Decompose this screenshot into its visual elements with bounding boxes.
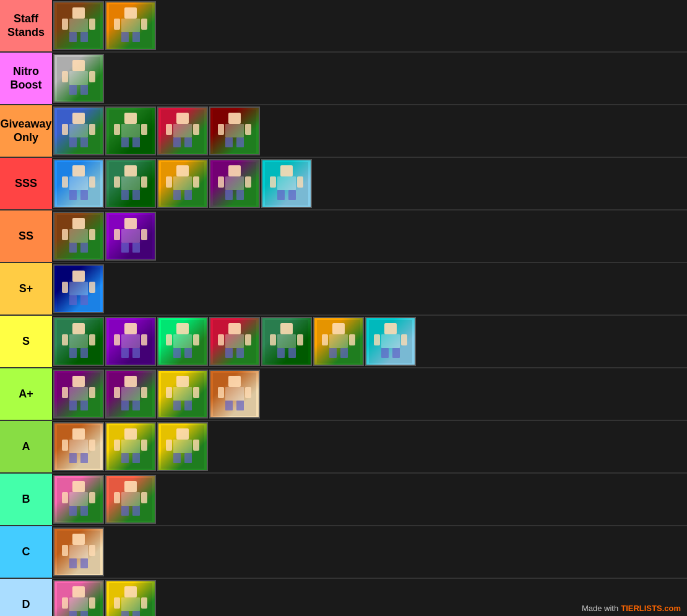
svg-rect-227 [69, 611, 77, 617]
svg-rect-33 [114, 124, 120, 135]
svg-rect-166 [114, 387, 120, 398]
tier-label-staff: StaffStands [0, 0, 52, 51]
svg-rect-4 [80, 32, 88, 42]
tier-item-sv3 [157, 317, 208, 366]
tier-row-giveaway: GiveawayOnly [0, 105, 687, 158]
tier-label-d: D [0, 579, 52, 616]
svg-rect-220 [69, 558, 77, 568]
svg-rect-102 [80, 295, 88, 305]
svg-rect-193 [132, 453, 140, 463]
svg-rect-214 [132, 506, 140, 516]
svg-rect-236 [114, 597, 120, 609]
svg-rect-45 [225, 137, 233, 147]
svg-rect-96 [114, 229, 120, 240]
svg-rect-36 [176, 113, 189, 124]
tier-list: StaffStands NitroBoost [0, 0, 687, 616]
svg-rect-204 [72, 481, 85, 492]
svg-rect-228 [80, 611, 88, 617]
tier-row-splus: S+ [0, 263, 687, 316]
svg-rect-80 [277, 190, 285, 200]
tier-label-a: A [0, 421, 52, 472]
svg-rect-200 [184, 453, 192, 463]
tier-content-aplus [52, 368, 687, 420]
svg-rect-135 [277, 334, 296, 348]
character-image [366, 318, 415, 365]
svg-rect-180 [218, 387, 224, 398]
tier-row-a: A [0, 421, 687, 474]
svg-rect-6 [89, 19, 95, 30]
svg-rect-86 [69, 229, 88, 243]
tier-item-av2 [105, 422, 156, 471]
tier-item-n1 [53, 54, 104, 103]
tier-item-sss4 [209, 159, 260, 208]
tier-item-sv1 [53, 317, 104, 366]
svg-rect-163 [121, 387, 140, 401]
tier-item-sss2 [105, 159, 156, 208]
tier-item-sp1 [53, 264, 104, 313]
svg-rect-233 [121, 597, 140, 611]
svg-rect-72 [225, 176, 244, 190]
svg-rect-10 [121, 32, 129, 42]
svg-rect-187 [62, 440, 68, 451]
svg-rect-94 [121, 243, 129, 253]
svg-rect-208 [62, 492, 68, 503]
svg-rect-78 [280, 165, 293, 176]
svg-rect-103 [62, 282, 68, 293]
tier-item-sv5 [261, 317, 312, 366]
svg-rect-123 [184, 348, 192, 358]
svg-rect-108 [69, 348, 77, 358]
svg-rect-222 [62, 545, 68, 556]
svg-rect-29 [124, 113, 137, 124]
character-image [210, 371, 259, 417]
svg-rect-53 [80, 190, 88, 200]
svg-rect-201 [166, 440, 172, 451]
svg-rect-186 [80, 453, 88, 463]
svg-rect-179 [236, 401, 244, 410]
character-image [54, 476, 103, 523]
svg-rect-156 [69, 387, 88, 401]
svg-rect-170 [173, 387, 192, 401]
svg-rect-172 [184, 401, 192, 410]
tier-item-sss3 [157, 159, 208, 208]
character-image [210, 108, 259, 154]
svg-rect-64 [176, 165, 189, 176]
character-image [158, 423, 207, 470]
svg-rect-66 [173, 190, 181, 200]
svg-rect-110 [62, 334, 68, 345]
svg-rect-79 [277, 176, 296, 190]
svg-rect-73 [225, 190, 233, 200]
character-image [210, 160, 259, 207]
svg-rect-206 [69, 506, 77, 516]
svg-rect-46 [236, 137, 244, 147]
character-image [106, 108, 155, 154]
svg-rect-89 [62, 229, 68, 240]
svg-rect-13 [141, 19, 147, 30]
tier-item-av3 [157, 422, 208, 471]
tier-item-sss1 [53, 159, 104, 208]
svg-rect-57 [124, 165, 137, 176]
svg-rect-52 [69, 190, 77, 200]
character-image [106, 581, 155, 616]
svg-rect-171 [173, 401, 181, 410]
svg-rect-39 [184, 137, 192, 147]
svg-rect-12 [114, 19, 120, 30]
character-image [158, 371, 207, 417]
tier-item-dv1 [53, 580, 104, 616]
svg-rect-24 [69, 137, 77, 147]
svg-rect-90 [89, 229, 95, 240]
svg-rect-69 [193, 176, 199, 188]
svg-rect-23 [69, 124, 88, 137]
svg-rect-76 [245, 176, 251, 188]
svg-rect-174 [193, 387, 199, 398]
character-image [262, 318, 311, 365]
svg-rect-67 [184, 190, 192, 200]
tier-row-sss: SSS [0, 158, 687, 210]
tier-content-s [52, 316, 687, 367]
svg-rect-101 [69, 295, 77, 305]
tier-item-dv2 [105, 580, 156, 616]
svg-rect-132 [245, 334, 251, 345]
svg-rect-16 [69, 71, 88, 85]
svg-rect-114 [121, 334, 140, 348]
svg-rect-40 [166, 124, 172, 135]
svg-rect-3 [69, 32, 77, 42]
